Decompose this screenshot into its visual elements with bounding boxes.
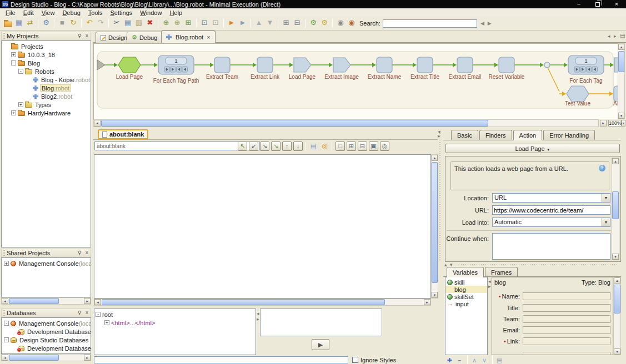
step-over-icon[interactable]: ► bbox=[238, 18, 248, 28]
scroll-right-icon[interactable]: ▸ bbox=[84, 298, 91, 304]
page-down-icon[interactable]: ↓ bbox=[293, 141, 303, 151]
tree-item-hardyhardware[interactable]: +HardyHardware bbox=[3, 109, 89, 117]
collapse-icon[interactable]: - bbox=[11, 60, 16, 65]
menu-edit[interactable]: Edit bbox=[19, 9, 38, 17]
pin-icon[interactable]: ⚲ bbox=[76, 309, 83, 317]
location-dropdown[interactable]: URL ▼ bbox=[492, 193, 610, 203]
databases-hscrollbar[interactable]: ◂ ▸ bbox=[1, 354, 91, 361]
menu-help[interactable]: Help bbox=[166, 9, 186, 17]
action-vscrollbar[interactable]: ▴ ▾ bbox=[612, 158, 619, 260]
insert-step-after-icon[interactable]: ⊕ bbox=[172, 18, 182, 28]
scroll-thumb[interactable] bbox=[9, 298, 59, 304]
collapse-icon[interactable]: - bbox=[4, 321, 9, 326]
scroll-right-icon[interactable]: ▸ bbox=[600, 120, 607, 127]
menu-file[interactable]: File bbox=[2, 9, 19, 17]
scroll-up-icon[interactable]: ▴ bbox=[618, 44, 624, 50]
load-into-dropdown[interactable]: Automatic ▼ bbox=[492, 218, 610, 227]
close-button[interactable]: × bbox=[607, 0, 626, 8]
scroll-up-icon[interactable]: ▴ bbox=[614, 277, 620, 284]
sync-robot-icon[interactable]: ⇄ bbox=[25, 18, 35, 28]
edit-variable-type-icon[interactable]: ▤ bbox=[495, 356, 504, 364]
splitter-collapse-right-icon[interactable]: ▸ bbox=[438, 133, 440, 139]
copy-icon[interactable]: ▤ bbox=[123, 18, 133, 28]
field-input[interactable] bbox=[523, 352, 610, 355]
scroll-thumb[interactable] bbox=[102, 299, 385, 305]
zoom-selection-icon[interactable]: ◎ bbox=[380, 141, 389, 151]
tree-item-design-studio-databases[interactable]: -Design Studio Databases bbox=[3, 336, 89, 344]
tab-error-handling[interactable]: Error Handling bbox=[543, 130, 595, 140]
right-panel-splitter[interactable] bbox=[439, 131, 440, 261]
tab-action[interactable]: Action bbox=[513, 130, 543, 140]
flow-node[interactable] bbox=[544, 62, 550, 68]
browser-hscrollbar[interactable]: ◂ ▸ bbox=[94, 299, 431, 306]
ignore-styles-checkbox[interactable] bbox=[352, 357, 358, 363]
dom-root-node[interactable]: - root bbox=[96, 310, 254, 318]
expand-icon[interactable]: + bbox=[11, 110, 16, 115]
zoom-out-icon[interactable]: ⊟ bbox=[358, 141, 367, 151]
flow-node-for-each-tag-path[interactable]: 1For Each Tag Path bbox=[153, 55, 199, 84]
tree-item-blog2[interactable]: Blog2.robot bbox=[3, 92, 89, 100]
undo-icon[interactable]: ↶ bbox=[84, 18, 94, 28]
flow-vscrollbar[interactable]: ▴ ▾ bbox=[618, 43, 625, 119]
search-next-icon[interactable]: ▶ bbox=[488, 21, 492, 26]
redo-icon[interactable]: ↷ bbox=[96, 18, 106, 28]
dom-splitter-left-icon[interactable]: ◂ bbox=[257, 311, 259, 316]
scroll-down-icon[interactable]: ▾ bbox=[618, 113, 624, 119]
go-next-icon[interactable]: ↘ bbox=[271, 141, 281, 151]
flow-hscroll-track[interactable]: ◂ bbox=[93, 119, 599, 127]
tab-finders[interactable]: Finders bbox=[479, 130, 512, 140]
menu-debug[interactable]: Debug bbox=[58, 9, 84, 17]
expand-icon[interactable]: + bbox=[11, 52, 16, 57]
move-step-down-icon[interactable]: ▼ bbox=[265, 18, 275, 28]
find-icon[interactable]: ◎ bbox=[320, 141, 329, 151]
expand-icon[interactable]: + bbox=[4, 261, 9, 266]
tree-item-management-console[interactable]: +Management Console (localhost) bbox=[3, 259, 89, 267]
zoom-dropdown-icon[interactable]: ▾ bbox=[622, 120, 625, 127]
collapse-icon[interactable]: - bbox=[96, 312, 101, 317]
dom-splitter-right-icon[interactable]: ▸ bbox=[257, 316, 259, 322]
upload-robot-icon[interactable]: ⚙ bbox=[41, 18, 51, 28]
tab-blog-robot[interactable]: Blog.robot × bbox=[161, 31, 216, 43]
close-panel-icon[interactable]: × bbox=[83, 249, 91, 257]
tab-list-icon[interactable]: ▤ bbox=[620, 33, 625, 39]
tree-item-blog[interactable]: Blog.robot bbox=[3, 84, 89, 92]
close-tab-icon[interactable]: × bbox=[207, 34, 210, 41]
debug-mode-icon[interactable]: ⚙ bbox=[308, 18, 318, 28]
chevron-down-icon[interactable]: ▼ bbox=[602, 218, 610, 226]
url-input[interactable] bbox=[492, 205, 610, 215]
tree-item-development-database[interactable]: Development Database bbox=[3, 327, 89, 336]
search-prev-icon[interactable]: ◀ bbox=[480, 21, 484, 26]
tab-debug[interactable]: ⚙ Debug bbox=[127, 32, 162, 43]
move-step-up-icon[interactable]: ▲ bbox=[254, 18, 264, 28]
tree-item-development-database[interactable]: Development Database bbox=[3, 344, 89, 352]
tab-variables[interactable]: Variables bbox=[447, 267, 484, 277]
scroll-left-icon[interactable]: ◂ bbox=[94, 120, 101, 127]
action-type-dropdown[interactable]: Load Page ▼ bbox=[445, 144, 620, 153]
step-into-icon[interactable]: ► bbox=[227, 18, 237, 28]
field-input[interactable] bbox=[523, 292, 610, 300]
variable-item-blog[interactable]: blog bbox=[445, 286, 487, 293]
menu-tools[interactable]: Tools bbox=[84, 9, 107, 17]
scroll-left-icon[interactable]: ◂ bbox=[94, 299, 101, 305]
save-icon[interactable]: ▦ bbox=[14, 18, 24, 28]
delete-icon[interactable]: ✖ bbox=[145, 18, 155, 28]
zoom-level[interactable]: 100% bbox=[608, 120, 622, 127]
tab-scroll-left-icon[interactable]: ◂ bbox=[608, 33, 610, 39]
move-variable-up-icon[interactable]: ∧ bbox=[470, 356, 479, 364]
zoom-in-icon[interactable]: ⊞ bbox=[347, 141, 356, 151]
scroll-left-icon[interactable]: ◂ bbox=[2, 355, 8, 361]
select-range-icon[interactable]: ⊡ bbox=[199, 18, 209, 28]
insert-branch-icon[interactable]: ⊞ bbox=[183, 18, 193, 28]
pin-icon[interactable]: ⚲ bbox=[76, 249, 83, 257]
tree-item-blog[interactable]: -Blog bbox=[3, 59, 89, 67]
variable-item-input[interactable]: →input bbox=[445, 300, 487, 307]
chevron-down-icon[interactable]: ▼ bbox=[602, 194, 610, 202]
pin-icon[interactable]: ⚲ bbox=[76, 32, 83, 40]
restore-button[interactable] bbox=[588, 0, 607, 8]
vars-splitter-right-icon[interactable]: ▸ bbox=[488, 284, 491, 289]
scroll-down-icon[interactable]: ▾ bbox=[612, 254, 619, 260]
paste-icon[interactable]: ▥ bbox=[134, 18, 144, 28]
scroll-up-icon[interactable]: ▴ bbox=[432, 155, 438, 161]
field-input[interactable] bbox=[523, 304, 610, 312]
scroll-thumb[interactable] bbox=[101, 120, 488, 127]
